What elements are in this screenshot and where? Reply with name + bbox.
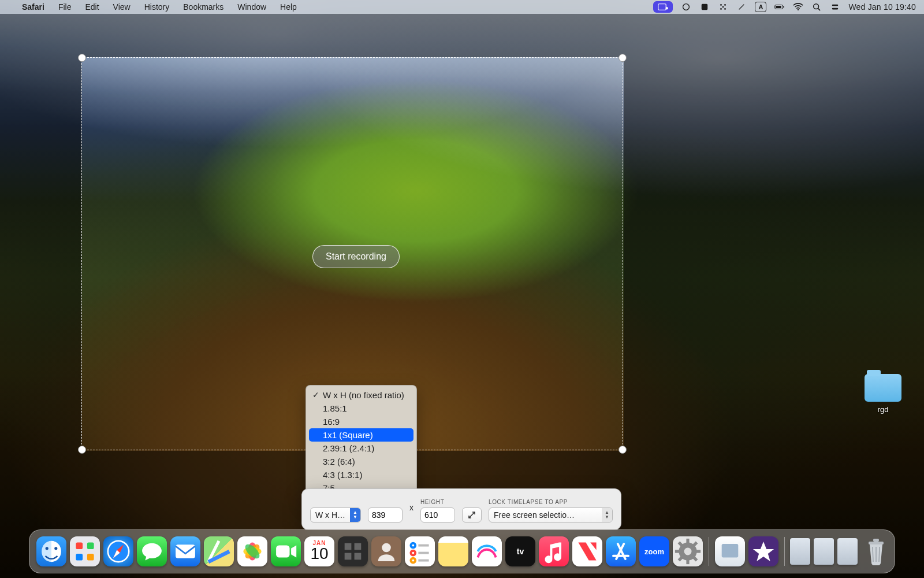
dock-separator [784, 537, 785, 566]
ratio-option-label: W x H (no fixed ratio) [323, 390, 404, 400]
svg-rect-14 [832, 5, 839, 6]
folder-icon [865, 374, 901, 402]
dock-mail-icon[interactable] [170, 536, 200, 566]
svg-rect-19 [87, 542, 94, 549]
dock-calendar-icon[interactable]: JAN 10 [304, 536, 334, 566]
dock-messages-icon[interactable] [137, 536, 167, 566]
aspect-ratio-menu[interactable]: ✓ W x H (no fixed ratio) 1.85:1 16:9 1x1… [305, 385, 417, 498]
dock-tv-icon[interactable]: tv [505, 536, 535, 566]
dock-facetime-icon[interactable] [271, 536, 301, 566]
status-dots-icon[interactable] [718, 2, 728, 12]
ratio-option[interactable]: 1.85:1 [309, 402, 413, 415]
chevron-up-down-icon: ▲▼ [602, 508, 612, 522]
ratio-option[interactable]: 16:9 [309, 415, 413, 428]
dock-appstore-icon[interactable] [606, 536, 636, 566]
dock-finder-icon[interactable] [36, 536, 66, 566]
svg-point-13 [814, 4, 819, 9]
expand-selection-button[interactable] [462, 507, 482, 523]
dock-zoom-icon[interactable]: zoom [639, 536, 669, 566]
dock: JAN 10 tv zoom [29, 529, 895, 573]
control-center-icon[interactable] [830, 2, 840, 12]
dock-music-icon[interactable] [539, 536, 569, 566]
dim-overlay [0, 57, 81, 451]
wifi-icon[interactable] [793, 2, 803, 12]
dock-separator [709, 537, 709, 566]
start-recording-button[interactable]: Start recording [312, 245, 400, 268]
dock-recent-app-icon[interactable] [715, 536, 745, 566]
dock-launchpad-icon[interactable] [70, 536, 100, 566]
input-source-icon[interactable]: A [755, 2, 766, 12]
svg-line-50 [694, 557, 696, 560]
desktop-folder[interactable]: rgd [863, 374, 903, 414]
svg-rect-33 [355, 543, 362, 550]
menu-help[interactable]: Help [273, 2, 304, 12]
dock-photos-icon[interactable] [237, 536, 267, 566]
dock-minimized-window[interactable] [814, 538, 834, 565]
status-app-icon[interactable] [699, 2, 710, 12]
dock-contacts-icon[interactable] [371, 536, 401, 566]
svg-point-1 [666, 7, 668, 9]
menu-window[interactable]: Window [230, 2, 273, 12]
aspect-ratio-select[interactable]: W x H… ▲▼ [310, 507, 361, 523]
lock-app-select[interactable]: Free screen selectio… ▲▼ [489, 507, 613, 523]
height-input[interactable] [420, 507, 455, 523]
lock-app-label: LOCK TIMELAPSE TO APP [489, 499, 613, 505]
svg-rect-56 [873, 539, 879, 542]
svg-point-4 [721, 4, 722, 6]
dock-news-icon[interactable] [572, 536, 602, 566]
ratio-option[interactable]: ✓ W x H (no fixed ratio) [309, 388, 413, 402]
resize-handle-top-right[interactable] [619, 54, 627, 62]
svg-rect-31 [276, 546, 289, 558]
height-label: HEIGHT [420, 499, 455, 505]
ratio-option[interactable]: 4:3 (1.3:1) [309, 468, 413, 481]
dock-reminders-icon[interactable] [405, 536, 435, 566]
dock-settings-icon[interactable] [673, 536, 703, 566]
svg-point-16 [46, 547, 49, 550]
menu-bookmarks[interactable]: Bookmarks [176, 2, 230, 12]
svg-point-38 [411, 551, 415, 555]
menu-history[interactable]: History [137, 2, 177, 12]
svg-point-6 [722, 6, 724, 8]
calendar-day: 10 [310, 546, 328, 561]
svg-point-39 [411, 558, 415, 563]
svg-point-44 [684, 548, 692, 555]
dock-notes-icon[interactable] [438, 536, 468, 566]
spotlight-icon[interactable] [811, 2, 822, 12]
resize-handle-bottom-right[interactable] [619, 446, 627, 454]
dock-maps-icon[interactable] [204, 536, 234, 566]
menu-bar-clock[interactable]: Wed Jan 10 19:40 [848, 2, 916, 12]
menu-view[interactable]: View [106, 2, 137, 12]
ratio-option[interactable]: 2.39:1 (2.4:1) [309, 442, 413, 455]
ratio-option-label: 3:2 (6:4) [323, 457, 355, 466]
dock-minimized-window[interactable] [837, 538, 858, 565]
battery-icon[interactable] [774, 2, 785, 12]
svg-rect-15 [832, 8, 839, 10]
status-circle-icon[interactable] [681, 2, 691, 12]
svg-point-37 [411, 543, 415, 548]
menu-edit[interactable]: Edit [78, 2, 106, 12]
svg-rect-32 [345, 543, 352, 550]
menu-file[interactable]: File [51, 2, 79, 12]
status-tool-icon[interactable] [736, 2, 747, 12]
dock-app-icon[interactable] [338, 536, 368, 566]
svg-marker-54 [752, 542, 773, 561]
svg-rect-35 [355, 553, 362, 560]
dock-trash-icon[interactable] [865, 536, 888, 566]
svg-line-49 [679, 542, 681, 545]
resize-handle-top-left[interactable] [78, 54, 86, 62]
folder-label: rgd [863, 405, 903, 414]
screen-recording-indicator-icon[interactable] [653, 1, 673, 13]
dock-freeform-icon[interactable] [472, 536, 502, 566]
dock-safari-icon[interactable] [103, 536, 133, 566]
ratio-option[interactable]: 1x1 (Square) [309, 428, 413, 442]
svg-line-57 [873, 547, 873, 562]
resize-handle-bottom-left[interactable] [78, 446, 86, 454]
active-app-name[interactable]: Safari [15, 2, 51, 12]
lock-app-value: Free screen selectio… [494, 510, 575, 520]
dock-minimized-window[interactable] [790, 538, 810, 565]
svg-rect-10 [776, 6, 781, 8]
check-icon: ✓ [312, 390, 319, 399]
dock-imovie-icon[interactable] [748, 536, 778, 566]
ratio-option[interactable]: 3:2 (6:4) [309, 455, 413, 468]
width-input[interactable] [368, 507, 403, 523]
